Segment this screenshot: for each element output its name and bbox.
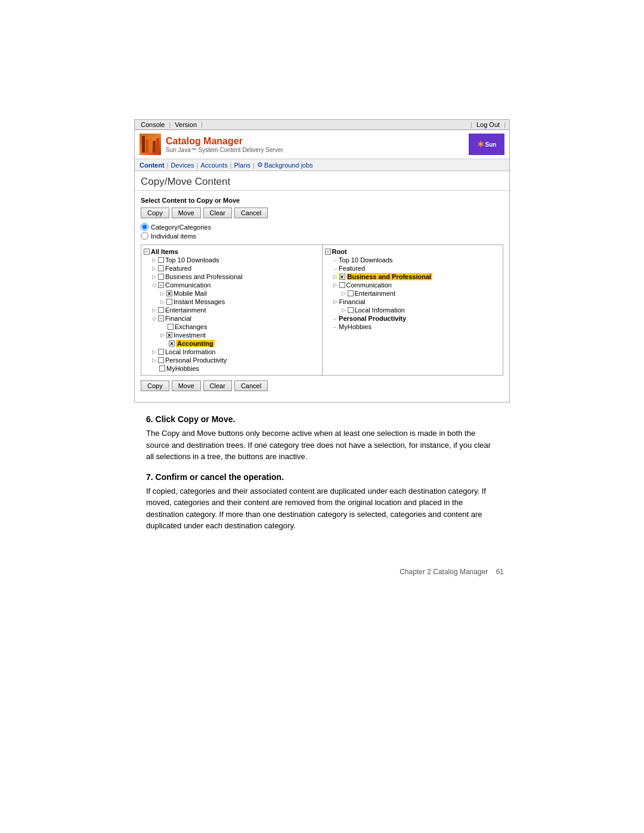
tree-item: ◇ − Financial (144, 314, 320, 323)
dash-icon: – (333, 324, 337, 330)
tree-checkbox[interactable] (158, 265, 164, 271)
expand-icon[interactable]: ◇ (152, 315, 157, 321)
nav-divider3: | (470, 121, 472, 128)
radio-individual[interactable]: Individual items (141, 232, 503, 240)
tree-checkbox[interactable] (159, 366, 165, 371)
instruction-6: 6. Click Copy or Move. The Copy and Move… (146, 414, 498, 463)
radio-categories[interactable]: Category/Categories (141, 223, 503, 231)
source-root-label: All Items (151, 248, 178, 255)
tree-label: Personal Productivity (165, 357, 227, 364)
collapse-icon[interactable]: − (158, 282, 164, 288)
tree-label: MyHobbies (166, 365, 199, 372)
dest-root-toggle[interactable]: − (325, 249, 331, 255)
tree-checkbox[interactable] (166, 299, 172, 305)
tree-label: Local Information (355, 306, 405, 314)
footer-page: 61 (496, 568, 504, 576)
bottom-button-row: Copy Move Clear Cancel (141, 380, 503, 391)
instruction-6-text: The Copy and Move buttons only become ac… (146, 428, 498, 463)
expand-icon[interactable]: ▷ (160, 299, 165, 305)
clear-button-bottom[interactable]: Clear (203, 380, 232, 391)
copy-button-top[interactable]: Copy (141, 208, 169, 218)
tree-item: ▷ Personal Productivity (144, 356, 320, 364)
clear-button-top[interactable]: Clear (203, 208, 232, 218)
radio-individual-input[interactable] (141, 232, 148, 240)
expand-icon[interactable]: ▷ (160, 332, 165, 338)
tree-checkbox[interactable] (158, 307, 164, 313)
nav-divider: | (169, 121, 171, 128)
tree-item: ▷ Local Information (144, 348, 320, 356)
nav-background-jobs[interactable]: ⚙ Background jobs (257, 161, 313, 169)
tree-checkbox[interactable] (158, 349, 164, 355)
tree-checkbox[interactable] (339, 274, 345, 280)
tree-checkbox[interactable] (158, 257, 164, 263)
tree-checkbox[interactable] (348, 307, 354, 313)
instruction-6-title: 6. Click Copy or Move. (146, 414, 498, 424)
expand-icon[interactable]: ▷ (333, 274, 338, 280)
tree-item: ▷ Investment (144, 331, 320, 339)
instruction-7-title: 7. Confirm or cancel the operation. (146, 472, 498, 482)
expand-icon[interactable]: ▷ (152, 265, 157, 271)
nav-plans[interactable]: Plans (234, 162, 251, 169)
source-tree: − All Items ▷ Top 10 Downloads ▷ (141, 244, 323, 376)
tree-checkbox[interactable] (166, 332, 172, 338)
radio-categories-input[interactable] (141, 223, 148, 231)
expand-icon[interactable]: ▷ (333, 282, 338, 288)
dash-icon: – (333, 315, 337, 322)
expand-icon[interactable]: ▷ (160, 290, 165, 296)
cancel-button-top[interactable]: Cancel (234, 208, 268, 218)
move-button-top[interactable]: Move (172, 208, 201, 218)
tree-label: Top 10 Downloads (165, 256, 219, 264)
expand-icon[interactable]: ▷ (152, 257, 157, 263)
tree-label: Entertainment (355, 290, 395, 297)
page-title-section: Copy/Move Content (135, 171, 509, 191)
expand-icon[interactable]: ◇ (152, 282, 157, 288)
nav-devices[interactable]: Devices (171, 162, 194, 169)
tree-label: Business and Professional (346, 273, 433, 280)
nav-accounts[interactable]: Accounts (200, 162, 227, 169)
expand-icon[interactable]: ▷ (342, 307, 346, 313)
tree-label: Entertainment (165, 306, 206, 314)
bg-jobs-label: Background jobs (264, 162, 313, 169)
nav-content[interactable]: Content (140, 162, 165, 169)
tree-panels: − All Items ▷ Top 10 Downloads ▷ (141, 244, 503, 376)
top-button-row: Copy Move Clear Cancel (141, 208, 503, 218)
move-button-bottom[interactable]: Move (172, 380, 201, 391)
page-title: Copy/Move Content (141, 176, 503, 188)
tree-label: Financial (339, 298, 366, 305)
expand-icon[interactable]: ▷ (333, 299, 338, 305)
tree-label: Featured (339, 265, 365, 272)
tree-item: Exchanges (144, 323, 320, 331)
collapse-icon[interactable]: − (158, 315, 164, 321)
top-nav: Console | Version | | Log Out | (135, 120, 509, 130)
tree-checkbox[interactable] (169, 340, 175, 346)
tree-label: Mobile Mail (174, 290, 207, 297)
tree-item: ▷ Entertainment (144, 306, 320, 314)
instruction-7: 7. Confirm or cancel the operation. If c… (146, 472, 498, 532)
cancel-button-bottom[interactable]: Cancel (234, 380, 268, 391)
source-root-toggle[interactable]: − (144, 249, 150, 255)
expand-icon[interactable]: ▷ (152, 274, 157, 280)
tree-checkbox[interactable] (339, 282, 345, 288)
tree-item: MyHobbies (144, 364, 320, 373)
tree-checkbox[interactable] (158, 274, 164, 280)
copy-button-bottom[interactable]: Copy (141, 380, 169, 391)
tree-checkbox[interactable] (168, 324, 174, 330)
tree-checkbox[interactable] (166, 290, 172, 296)
page-footer: Chapter 2 Catalog Manager 61 (134, 568, 510, 576)
console-link[interactable]: Console (138, 121, 167, 128)
tree-item: ▷ Featured (144, 264, 320, 272)
tree-item: – Top 10 Downloads (325, 256, 501, 264)
gear-icon: ⚙ (257, 161, 263, 169)
second-nav: Content | Devices | Accounts | Plans | ⚙… (135, 159, 509, 171)
expand-icon[interactable]: ▷ (152, 307, 157, 313)
version-link[interactable]: Version (172, 121, 199, 128)
nav-divider4: | (504, 121, 506, 128)
logout-link[interactable]: Log Out (474, 121, 502, 128)
expand-icon[interactable]: ▷ (152, 357, 157, 363)
expand-icon[interactable]: ▷ (342, 290, 346, 296)
tree-item: – MyHobbies (325, 323, 501, 331)
tree-checkbox[interactable] (348, 290, 354, 296)
app-icon (140, 134, 161, 155)
expand-icon[interactable]: ▷ (152, 349, 157, 355)
tree-checkbox[interactable] (158, 357, 164, 363)
